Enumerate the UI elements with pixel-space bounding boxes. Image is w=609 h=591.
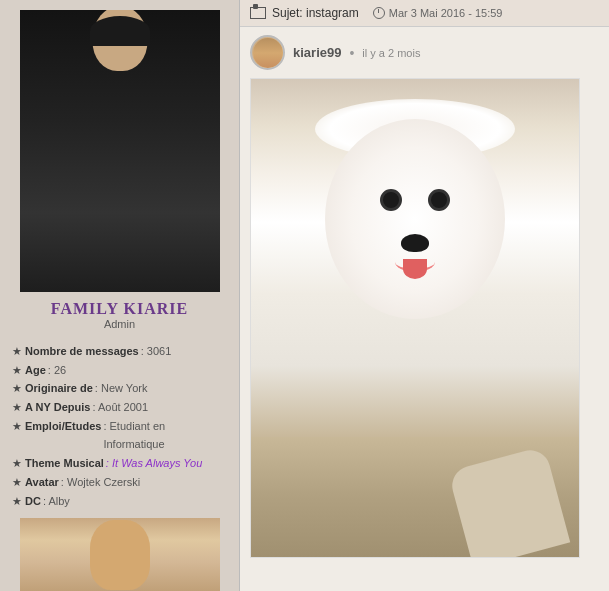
age-line: ★ Age : 26 [12,361,227,380]
poster-avatar [250,35,285,70]
theme-label: Theme Musical [25,454,104,473]
star-icon-4: ★ [12,398,22,417]
star-icon-3: ★ [12,379,22,398]
origin-label: Originaire de [25,379,93,398]
image-bottom [251,437,579,557]
job-label: Emploi/Etudes [25,417,101,436]
star-icon-1: ★ [12,342,22,361]
post-image [250,78,580,558]
subject-value: instagram [306,6,359,20]
dc-value: : Alby [43,492,70,511]
user-role: Admin [104,318,135,330]
username-display: FAMILY KIARIE [51,300,188,318]
theme-value: : It Was Always You [106,454,202,473]
poster-avatar-inner [253,38,283,68]
age-label: Age [25,361,46,380]
age-value: : 26 [48,361,66,380]
avatar-label: Avatar [25,473,59,492]
star-icon-6: ★ [12,454,22,473]
star-icon-8: ★ [12,492,22,511]
post-header: Sujet: instagram Mar 3 Mai 2016 - 15:59 [240,0,609,27]
poster-info: kiarie99 • il y a 2 mois [250,35,599,70]
dog-tongue [403,259,427,279]
origin-value: : New York [95,379,148,398]
post-time-relative: il y a 2 mois [362,47,420,59]
post-icon [250,7,266,19]
post-date: Mar 3 Mai 2016 - 15:59 [389,7,503,19]
subject-label: Sujet: instagram [272,6,359,20]
post-body: kiarie99 • il y a 2 mois [240,27,609,566]
avatar-value: : Wojtek Czerski [61,473,140,492]
origin-line: ★ Originaire de : New York [12,379,227,398]
bottom-thumbnail [20,518,220,591]
dog-eye-left [380,189,402,211]
dot-separator: • [349,45,354,61]
dc-line: ★ DC : Alby [12,492,227,511]
since-line: ★ A NY Depuis : Août 2001 [12,398,227,417]
theme-line: ★ Theme Musical : It Was Always You [12,454,227,473]
dog-head [325,119,505,319]
poster-name: kiarie99 [293,45,341,60]
job-line: ★ Emploi/Etudes : Etudiant en Informatiq… [12,417,227,454]
sidebar: FAMILY KIARIE Admin ★ Nombre de messages… [0,0,240,591]
messages-value: : 3061 [141,342,172,361]
messages-label: Nombre de messages [25,342,139,361]
thumb-face [90,520,150,590]
dog-nose [401,234,429,252]
dog-figure [305,119,525,469]
job-value: : Etudiant en Informatique [103,417,227,454]
user-avatar-image [20,10,220,292]
star-icon-2: ★ [12,361,22,380]
clock-icon [373,7,385,19]
messages-line: ★ Nombre de messages : 3061 [12,342,227,361]
user-info-block: ★ Nombre de messages : 3061 ★ Age : 26 ★… [0,338,239,514]
arm-area [448,446,570,558]
avatar-figure [20,10,220,292]
star-icon-5: ★ [12,417,22,436]
dc-label: DC [25,492,41,511]
main-content: Sujet: instagram Mar 3 Mai 2016 - 15:59 … [240,0,609,591]
dog-eye-right [428,189,450,211]
since-label: A NY Depuis [25,398,90,417]
star-icon-7: ★ [12,473,22,492]
post-time-wrapper: Mar 3 Mai 2016 - 15:59 [373,7,503,19]
avatar-line: ★ Avatar : Wojtek Czerski [12,473,227,492]
since-value: : Août 2001 [92,398,148,417]
